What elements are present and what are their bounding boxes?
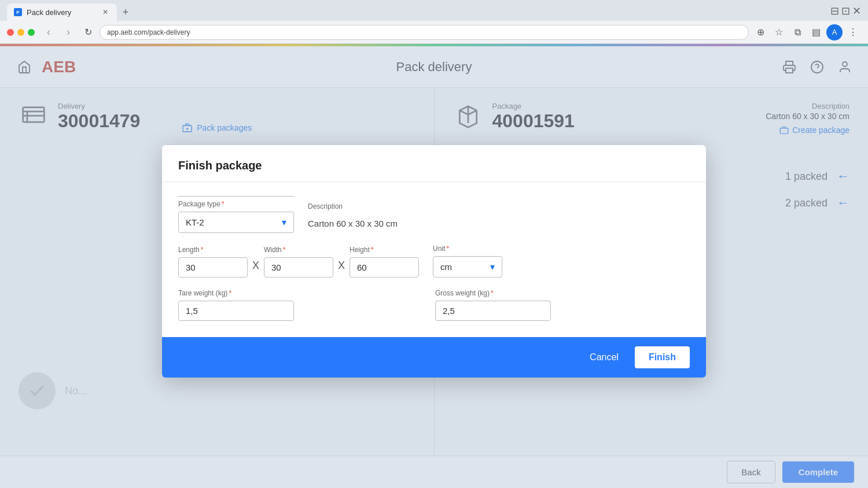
length-label: Length* — [178, 246, 248, 254]
browser-tab[interactable]: P Pack delivery ✕ — [7, 3, 117, 21]
tab-close-icon[interactable]: ✕ — [101, 8, 110, 17]
new-tab-button[interactable]: + — [117, 3, 134, 21]
width-label: Width* — [264, 246, 333, 254]
finish-package-dialog: Finish package Package type* KT-2 ▾ Desc… — [162, 145, 706, 378]
package-type-value: KT-2 — [186, 217, 204, 227]
tare-weight-field: Tare weight (kg)* — [178, 289, 294, 321]
form-row-2: Length* X Width* X Height* — [178, 245, 690, 278]
gross-weight-label: Gross weight (kg)* — [435, 289, 551, 297]
address-bar[interactable]: app.aeb.com/pack-delivery — [100, 25, 749, 40]
tare-weight-label: Tare weight (kg)* — [178, 289, 294, 297]
unit-value: cm — [440, 262, 452, 272]
menu-icon[interactable]: ⋮ — [845, 24, 861, 40]
tl-maximize[interactable] — [28, 29, 35, 36]
profile-icon[interactable]: A — [826, 24, 843, 40]
dialog-title: Finish package — [178, 159, 690, 172]
package-type-field: Package type* KT-2 ▾ — [178, 196, 294, 233]
width-height-separator: X — [338, 260, 345, 278]
length-input[interactable] — [178, 257, 248, 278]
unit-label: Unit* — [433, 245, 502, 253]
description-field: Description Carton 60 x 30 x 30 cm — [308, 202, 398, 233]
zoom-icon[interactable]: ⊕ — [752, 24, 768, 40]
gross-weight-field: Gross weight (kg)* — [435, 289, 551, 321]
app-content: AEB Pack delivery Delivery 3000 — [0, 44, 868, 488]
tl-close[interactable] — [7, 29, 14, 36]
extensions-icon[interactable]: ⧉ — [789, 24, 806, 40]
tl-minimize[interactable] — [17, 29, 24, 36]
tab-title: Pack delivery — [27, 8, 71, 17]
package-type-select[interactable]: KT-2 ▾ — [178, 212, 294, 233]
unit-select[interactable]: cm ▾ — [433, 256, 502, 278]
nav-back-button[interactable]: ‹ — [41, 24, 57, 40]
finish-button[interactable]: Finish — [635, 346, 690, 368]
sidebar-icon[interactable]: ▤ — [808, 24, 824, 40]
browser-chrome: P Pack delivery ✕ + ⊟ ⊡ ✕ — [0, 0, 868, 21]
length-field: Length* — [178, 246, 248, 278]
unit-chevron-icon: ▾ — [490, 261, 495, 272]
unit-field: Unit* cm ▾ — [433, 245, 502, 278]
dialog-header: Finish package — [162, 145, 706, 182]
width-field: Width* — [264, 246, 333, 278]
height-label: Height* — [350, 246, 419, 254]
toolbar-icons: ⊕ ☆ ⧉ ▤ A ⋮ — [752, 24, 861, 40]
description-static-label: Description — [308, 202, 398, 210]
traffic-lights — [7, 29, 35, 36]
browser-toolbar: ‹ › ↻ app.aeb.com/pack-delivery ⊕ ☆ ⧉ ▤ … — [0, 21, 868, 44]
gross-weight-input[interactable] — [435, 301, 551, 321]
address-text: app.aeb.com/pack-delivery — [107, 28, 190, 36]
chevron-down-icon: ▾ — [282, 217, 286, 228]
length-width-separator: X — [252, 260, 259, 278]
tare-weight-input[interactable] — [178, 301, 294, 321]
nav-reload-button[interactable]: ↻ — [80, 24, 96, 40]
cancel-button[interactable]: Cancel — [580, 347, 628, 367]
width-input[interactable] — [264, 257, 333, 278]
dialog-footer: Cancel Finish — [162, 337, 706, 378]
height-input[interactable] — [350, 257, 419, 278]
nav-forward-button[interactable]: › — [60, 24, 76, 40]
package-type-label: Package type* — [178, 196, 294, 208]
height-field: Height* — [350, 246, 419, 278]
tab-favicon: P — [14, 8, 22, 16]
window-controls: ⊟ ⊡ ✕ — [823, 5, 868, 21]
dialog-body: Package type* KT-2 ▾ Description Carton … — [162, 182, 706, 337]
description-static-value: Carton 60 x 30 x 30 cm — [308, 214, 398, 233]
form-row-3: Tare weight (kg)* Gross weight (kg)* — [178, 289, 690, 321]
form-row-1: Package type* KT-2 ▾ Description Carton … — [178, 196, 690, 233]
star-icon[interactable]: ☆ — [771, 24, 787, 40]
